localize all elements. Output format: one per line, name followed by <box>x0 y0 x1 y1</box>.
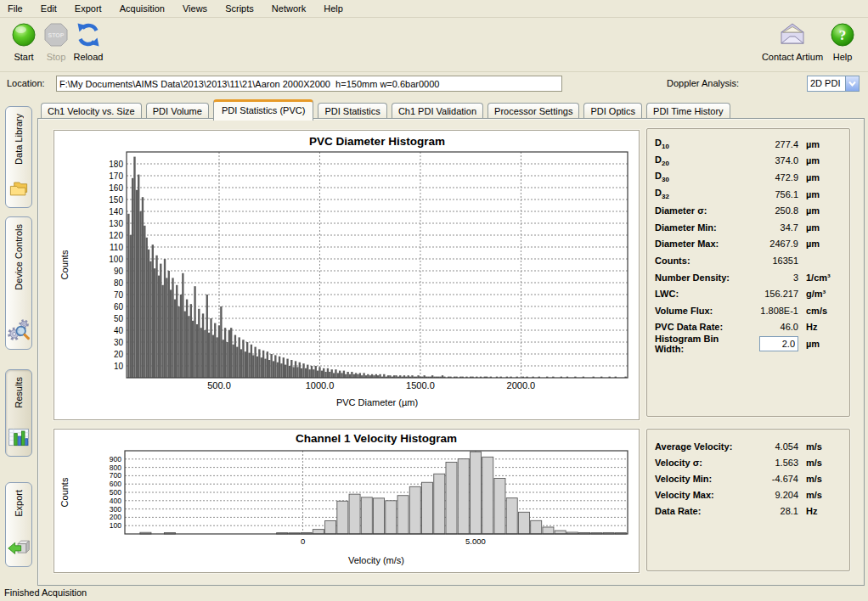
svg-text:110: 110 <box>110 243 123 252</box>
help-label: Help <box>826 52 860 62</box>
location-input[interactable] <box>56 76 562 92</box>
doppler-analysis-select[interactable]: 2D PDI <box>807 76 860 92</box>
stop-label: Stop <box>41 52 71 62</box>
svg-text:?: ? <box>839 27 847 43</box>
menu-acquisition[interactable]: Acquisition <box>112 0 172 17</box>
svg-text:1000.0: 1000.0 <box>306 380 335 390</box>
svg-text:180: 180 <box>109 160 123 169</box>
contact-artium-label: Contact Artium <box>761 52 824 62</box>
data-library-label: Data Library <box>14 114 24 165</box>
menu-file[interactable]: File <box>0 0 31 17</box>
svg-text:90: 90 <box>114 267 124 276</box>
svg-text:700: 700 <box>110 471 121 480</box>
menu-export[interactable]: Export <box>67 0 110 17</box>
svg-text:50: 50 <box>114 314 124 323</box>
stat-row-d32: D32 756.1µm <box>647 186 849 203</box>
svg-text:100: 100 <box>109 255 123 264</box>
stat-row-diameter-min: Diameter Min:34.7µm <box>647 219 849 236</box>
aims-application-window: File Edit Export Acquisition Views Scrip… <box>0 0 868 601</box>
results-label: Results <box>14 377 24 408</box>
svg-text:1500.0: 1500.0 <box>406 380 435 390</box>
tab-bar: Ch1 Velocity vs. Size PDI Volume PDI Sta… <box>41 98 732 119</box>
svg-text:160: 160 <box>109 183 123 193</box>
stop-icon: STOP <box>41 21 71 50</box>
svg-text:100: 100 <box>110 521 121 530</box>
reload-button[interactable]: Reload <box>71 21 105 62</box>
tab-processor-settings[interactable]: Processor Settings <box>488 103 579 120</box>
menu-views[interactable]: Views <box>175 0 215 17</box>
stop-button[interactable]: STOP Stop <box>41 21 71 62</box>
menu-network[interactable]: Network <box>264 0 313 17</box>
svg-text:PVC Diameter Histogram: PVC Diameter Histogram <box>309 135 445 148</box>
stat-row-counts: Counts:16351 <box>647 252 849 269</box>
svg-text:PVC Diameter (µm): PVC Diameter (µm) <box>336 397 418 407</box>
svg-text:800: 800 <box>110 463 121 472</box>
reload-label: Reload <box>71 52 105 62</box>
device-controls-icon <box>7 318 31 344</box>
contact-artium-icon <box>761 21 824 50</box>
reload-icon <box>71 21 105 50</box>
stat-row-diameter-sigma: Diameter σ:250.8µm <box>647 202 849 219</box>
svg-text:400: 400 <box>110 497 121 505</box>
help-button[interactable]: ? Help <box>826 21 860 62</box>
svg-text:10: 10 <box>114 362 124 371</box>
menu-scripts[interactable]: Scripts <box>217 0 262 17</box>
stat-row-d30: D30 472.9µm <box>647 169 849 186</box>
svg-text:80: 80 <box>114 278 124 288</box>
data-library-icon <box>7 177 31 202</box>
stat-row-data-rate: Data Rate:28.1Hz <box>647 503 849 520</box>
start-icon <box>7 21 41 50</box>
svg-text:Velocity (m/s): Velocity (m/s) <box>348 555 404 565</box>
contact-artium-button[interactable]: Contact Artium <box>761 21 824 62</box>
svg-text:500.0: 500.0 <box>207 380 231 390</box>
svg-text:40: 40 <box>114 326 124 335</box>
svg-text:130: 130 <box>109 219 123 228</box>
menu-help[interactable]: Help <box>316 0 351 17</box>
status-text: Finished Acquisition <box>4 587 87 598</box>
stat-row-velocity-min: Velocity Min:-4.674m/s <box>647 470 849 486</box>
svg-text:5.000: 5.000 <box>465 536 486 546</box>
sidebar-item-data-library[interactable]: Data Library <box>5 106 32 208</box>
sidebar-item-export[interactable]: Export <box>5 482 32 567</box>
histogram-bin-width-input[interactable] <box>759 336 798 351</box>
doppler-analysis-value: 2D PDI <box>810 78 840 88</box>
export-icon <box>7 536 31 561</box>
tab-pdi-optics[interactable]: PDI Optics <box>583 103 642 120</box>
stat-row-number-density: Number Density:31/cm³ <box>647 269 849 286</box>
pvc-diameter-histogram-chart: PVC Diameter Histogram102030405060708090… <box>54 131 637 418</box>
device-controls-label: Device Controls <box>14 224 24 290</box>
stat-row-velocity-sigma: Velocity σ:1.563m/s <box>647 454 849 470</box>
svg-text:0: 0 <box>301 536 305 546</box>
svg-text:120: 120 <box>109 231 123 240</box>
toolbar: Start STOP Stop <box>0 18 868 72</box>
menu-bar: File Edit Export Acquisition Views Scrip… <box>0 0 868 18</box>
svg-text:STOP: STOP <box>48 32 65 38</box>
stat-row-volume-flux: Volume Flux:1.808E-1cm/s <box>647 302 849 319</box>
location-label: Location: <box>7 78 45 88</box>
svg-text:300: 300 <box>110 505 121 514</box>
tab-ch1-velocity-vs-size[interactable]: Ch1 Velocity vs. Size <box>41 103 142 120</box>
status-bar: Finished Acquisition <box>0 585 868 601</box>
export-label: Export <box>14 490 24 517</box>
svg-text:170: 170 <box>109 171 123 181</box>
sidebar-item-device-controls[interactable]: Device Controls <box>5 216 32 350</box>
svg-text:Counts: Counts <box>59 477 70 507</box>
stat-row-lwc: LWC:156.217g/m³ <box>647 285 849 302</box>
stat-row-d20: D20 374.0µm <box>647 153 849 170</box>
svg-text:500: 500 <box>110 488 121 497</box>
tab-pdi-time-history[interactable]: PDI Time History <box>646 103 730 120</box>
tab-pdi-statistics[interactable]: PDI Statistics <box>318 103 386 120</box>
svg-text:150: 150 <box>109 195 123 205</box>
channel1-velocity-histogram-chart: Channel 1 Velocity Histogram100200300400… <box>54 430 637 570</box>
svg-text:900: 900 <box>110 455 121 463</box>
svg-text:60: 60 <box>114 302 124 312</box>
tab-pdi-statistics-pvc[interactable]: PDI Statistics (PVC) <box>213 99 313 121</box>
help-icon: ? <box>826 21 860 50</box>
tab-page-pdi-statistics-pvc: PVC Diameter Histogram102030405060708090… <box>37 118 865 586</box>
start-button[interactable]: Start <box>7 21 41 62</box>
menu-edit[interactable]: Edit <box>33 0 65 17</box>
tab-ch1-pdi-validation[interactable]: Ch1 PDI Validation <box>392 103 483 120</box>
chevron-down-icon[interactable] <box>845 76 859 91</box>
tab-pdi-volume[interactable]: PDI Volume <box>146 103 209 120</box>
sidebar-item-results[interactable]: Results <box>5 369 32 457</box>
